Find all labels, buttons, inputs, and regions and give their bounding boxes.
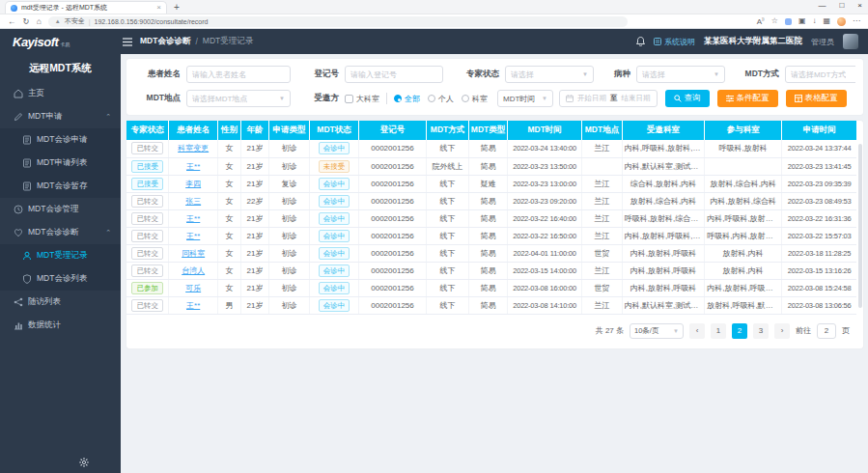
page-size-select[interactable]: 10条/页▼ bbox=[630, 323, 684, 339]
sidebar-item-home[interactable]: 主页 bbox=[0, 82, 121, 105]
disease-select[interactable]: 请选择▼ bbox=[636, 66, 725, 83]
breadcrumb-separator: / bbox=[195, 37, 197, 46]
column-header: 性别 bbox=[217, 121, 240, 140]
patient-name-link[interactable]: 可乐 bbox=[185, 284, 201, 292]
cell-mdt-time: 2022-03-22 16:40:00 bbox=[508, 209, 582, 227]
table-scrollbar[interactable] bbox=[858, 144, 862, 308]
search-button[interactable]: 查询 bbox=[665, 90, 710, 107]
extension-icon[interactable] bbox=[785, 18, 792, 25]
table-row: 已接受王**女21岁初诊未接受0002001256院外线上简易2022-03-2… bbox=[126, 157, 856, 175]
page-button-1[interactable]: 1 bbox=[711, 323, 726, 339]
sidebar-collapse-icon[interactable] bbox=[123, 38, 132, 46]
browser-tab[interactable]: mdt受理记录 - 远程MDT系统 × bbox=[5, 1, 167, 14]
cell-expert-status: 已转交 bbox=[126, 262, 169, 279]
sidebar-item-mdt-consult-draft[interactable]: MDT会诊暂存 bbox=[0, 175, 121, 198]
search-icon bbox=[674, 95, 682, 102]
cell-participating-depts: 呼吸科,内科,放射科,影像科 bbox=[705, 227, 782, 244]
home-icon[interactable]: ⌂ bbox=[37, 17, 42, 26]
patient-name-link[interactable]: 王** bbox=[186, 214, 200, 223]
patient-name-link[interactable]: 同科室 bbox=[182, 249, 205, 258]
user-role[interactable]: 管理员 bbox=[811, 37, 834, 47]
patient-name-link[interactable]: 李四 bbox=[185, 180, 201, 188]
window-close-icon[interactable]: × bbox=[857, 1, 862, 10]
invitee-radio-personal[interactable]: 个人 bbox=[428, 94, 454, 104]
breadcrumb-current[interactable]: MDT受理记录 bbox=[203, 36, 253, 47]
system-help-link[interactable]: 系统说明 bbox=[654, 37, 695, 47]
page-button-3[interactable]: 3 bbox=[753, 323, 769, 339]
browser-menu-icon[interactable]: ⋯ bbox=[853, 17, 860, 25]
read-aloud-icon[interactable]: A)) bbox=[757, 17, 765, 26]
cell-mdt-status: 会诊中 bbox=[310, 227, 359, 244]
gear-icon[interactable] bbox=[79, 458, 89, 467]
reload-icon[interactable]: ↻ bbox=[23, 17, 30, 26]
radio-label: 全部 bbox=[405, 94, 420, 104]
page-button-2[interactable]: 2 bbox=[732, 323, 747, 339]
cell-apply-type: 初诊 bbox=[268, 192, 309, 209]
user-avatar[interactable] bbox=[843, 34, 858, 49]
next-page-button[interactable]: › bbox=[774, 323, 790, 339]
prev-page-button[interactable]: ‹ bbox=[689, 323, 705, 339]
radio-label: 个人 bbox=[438, 94, 454, 104]
sidebar-item-mdt-apply[interactable]: MDT申请⌃ bbox=[0, 105, 121, 128]
sidebar-item-follow-up[interactable]: 随访列表 bbox=[0, 291, 121, 314]
expert-status-badge: 已转交 bbox=[131, 212, 163, 225]
cell-register-no: 0002001256 bbox=[358, 262, 426, 279]
patient-name-input[interactable] bbox=[186, 66, 291, 83]
patient-name-link[interactable]: 王** bbox=[186, 301, 200, 310]
column-header: MDT方式 bbox=[427, 121, 469, 140]
sidebar-item-mdt-record[interactable]: MDT受理记录 bbox=[0, 244, 121, 267]
mdt-status-badge: 会诊中 bbox=[319, 230, 350, 242]
cell-age: 21岁 bbox=[241, 209, 269, 227]
cell-patient-name: 台湾人 bbox=[169, 262, 218, 279]
table-row: 已转交同科室女21岁初诊会诊中0002001256线下简易2022-04-01 … bbox=[126, 244, 856, 262]
time-field-select[interactable]: MDT时间▼ bbox=[497, 90, 553, 107]
patient-name-link[interactable]: 王** bbox=[186, 162, 200, 171]
expert-status-badge: 已转交 bbox=[131, 299, 163, 312]
invitee-radio-all[interactable]: 全部 bbox=[394, 94, 420, 104]
sidebar-item-label: MDT申请 bbox=[28, 111, 62, 123]
sidebar-item-label: MDT会诊管理 bbox=[28, 204, 78, 215]
apps-grid-icon[interactable]: ▦ bbox=[823, 17, 830, 25]
cell-age: 21岁 bbox=[241, 296, 269, 314]
expert-status-select[interactable]: 请选择▼ bbox=[505, 66, 594, 83]
end-date-placeholder: 结束日期 bbox=[622, 94, 651, 103]
cell-mdt-kind: 简易 bbox=[469, 279, 508, 296]
condition-config-button[interactable]: 条件配置 bbox=[717, 90, 778, 107]
submenu-mdt-apply: MDT会诊申请MDT申请列表MDT会诊暂存 bbox=[0, 128, 121, 198]
patient-name-link[interactable]: 科室变更 bbox=[178, 144, 209, 153]
back-icon[interactable]: ← bbox=[8, 17, 16, 26]
date-range-picker[interactable]: 开始日期 至 结束日期 bbox=[559, 90, 658, 107]
patient-name-link[interactable]: 张三 bbox=[185, 197, 201, 206]
cell-expert-status: 已转交 bbox=[126, 244, 169, 262]
cell-apply-type: 初诊 bbox=[268, 262, 309, 279]
window-maximize-icon[interactable]: □ bbox=[839, 1, 844, 10]
browser-profile-avatar[interactable] bbox=[837, 17, 846, 26]
sidebar-item-mdt-consult-apply[interactable]: MDT会诊申请 bbox=[0, 128, 121, 152]
tab-close-icon[interactable]: × bbox=[156, 4, 161, 12]
big-dept-checkbox[interactable] bbox=[345, 95, 353, 103]
mdt-mode-select[interactable]: 请选择MDT方式▼ bbox=[785, 66, 855, 83]
downloads-icon[interactable]: ↓ bbox=[812, 17, 816, 25]
register-no-input[interactable] bbox=[345, 66, 443, 83]
sidebar-item-stats[interactable]: 数据统计 bbox=[0, 314, 121, 337]
collections-icon[interactable]: ▣ bbox=[798, 17, 806, 25]
window-minimize-icon[interactable]: — bbox=[818, 1, 826, 10]
chevron-up-icon: ⌃ bbox=[105, 229, 111, 236]
sidebar-item-mdt-consult-list[interactable]: MDT会诊列表 bbox=[0, 267, 121, 291]
tab-title: mdt受理记录 - 远程MDT系统 bbox=[21, 3, 153, 13]
url-bar[interactable]: ▲ 不安全 | 192.168.0.156:9002/consultate/re… bbox=[48, 16, 628, 27]
patient-name-link[interactable]: 台湾人 bbox=[182, 266, 205, 275]
favorites-star-icon[interactable]: ☆ bbox=[771, 17, 778, 25]
sidebar-item-mdt-diagnose[interactable]: MDT会诊诊断⌃ bbox=[0, 221, 121, 244]
cell-invited-depts: 内科,放射科,呼吸科 bbox=[622, 244, 704, 262]
table-config-button[interactable]: 表格配置 bbox=[786, 90, 847, 107]
goto-page-input[interactable] bbox=[817, 323, 836, 339]
patient-name-link[interactable]: 王** bbox=[186, 232, 200, 240]
notification-bell-icon[interactable] bbox=[636, 37, 645, 46]
new-tab-button[interactable]: + bbox=[174, 2, 180, 13]
sidebar-item-mdt-manage[interactable]: MDT会诊管理 bbox=[0, 198, 121, 221]
mdt-location-select[interactable]: 请选择MDT地点▼ bbox=[186, 90, 291, 107]
sidebar-item-mdt-apply-list[interactable]: MDT申请列表 bbox=[0, 152, 121, 175]
invitee-radio-dept[interactable]: 科室 bbox=[462, 94, 488, 104]
calendar-icon bbox=[566, 95, 574, 102]
